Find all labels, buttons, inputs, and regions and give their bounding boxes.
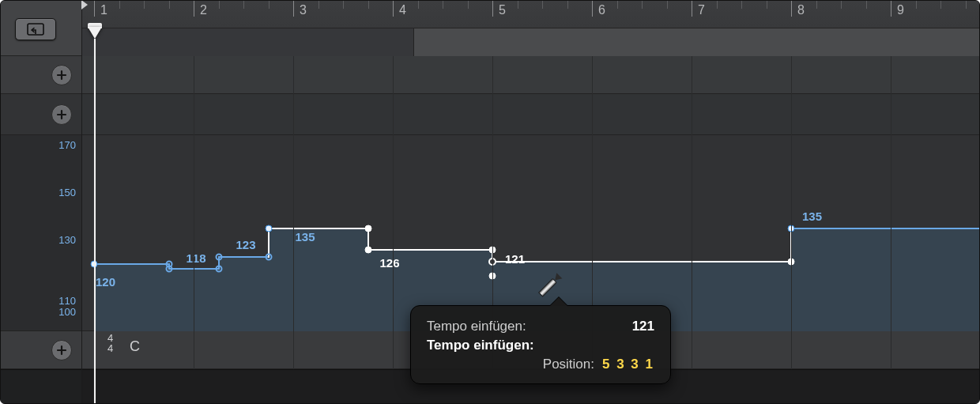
arrangement-lane[interactable] (82, 94, 980, 135)
insert-tempo-tooltip: Tempo einfügen: 121 Tempo einfügen: Posi… (410, 305, 671, 384)
tempo-segment[interactable] (219, 256, 269, 258)
signature-track-header (1, 331, 81, 369)
tempo-value-label: 126 (380, 256, 400, 270)
app-window: 170150130110100 123456789 12011812313512… (0, 0, 980, 404)
tempo-segment[interactable] (269, 228, 368, 229)
tempo-lane[interactable]: 120118123135126121135 (82, 135, 980, 331)
bar-label: 5 (499, 3, 506, 17)
tempo-axis-tick-label: 130 (58, 234, 76, 246)
bar-ruler[interactable]: 123456789 (82, 1, 980, 56)
tempo-value-label: 135 (296, 230, 315, 244)
add-signature-button[interactable] (51, 340, 72, 361)
tempo-axis-tick-label: 170 (58, 139, 76, 151)
tooltip-line1-label: Tempo einfügen: (427, 319, 526, 334)
playhead-line[interactable] (94, 39, 96, 404)
tempo-segment[interactable] (368, 249, 493, 251)
tooltip-line1-value: 121 (632, 319, 654, 334)
marker-lane[interactable] (82, 56, 980, 94)
tempo-segment[interactable] (492, 261, 791, 262)
bar-label: 1 (100, 3, 107, 17)
tempo-value-label: 135 (802, 210, 822, 223)
tooltip-line3-value: 5 3 3 1 (602, 357, 654, 372)
bar-label: 4 (399, 3, 406, 17)
tooltip-line3-label: Position: (427, 357, 602, 372)
bottom-strip (1, 369, 81, 404)
arrangement-track-header (1, 94, 81, 135)
tempo-axis-tick-label: 110 (58, 295, 76, 307)
tempo-node[interactable] (215, 254, 222, 261)
time-signature-denominator: 4 (107, 343, 114, 353)
tempo-node-end[interactable] (215, 266, 222, 273)
tempo-node-end[interactable] (364, 225, 371, 232)
tempo-value-label: 121 (505, 252, 525, 266)
marker-track-header (1, 56, 81, 94)
cycle-ruler[interactable] (82, 28, 980, 56)
bar-label: 7 (698, 3, 705, 17)
tempo-segment[interactable] (94, 263, 169, 265)
tempo-axis-tick-label: 150 (58, 187, 76, 198)
tempo-node-end[interactable] (265, 254, 272, 261)
tempo-node[interactable] (364, 247, 371, 254)
play-position-indicator-icon (81, 0, 88, 9)
add-arrangement-button[interactable] (51, 104, 72, 125)
time-signature[interactable]: 4 4 (107, 333, 114, 353)
list-editors-button[interactable] (15, 18, 56, 40)
bar-label: 8 (797, 3, 805, 17)
bar-label: 3 (300, 3, 307, 17)
add-marker-button[interactable] (51, 65, 72, 85)
toolbar-strip (1, 1, 81, 56)
tempo-axis-tick-label: 100 (58, 306, 76, 318)
tempo-track-header: 170150130110100 (1, 135, 81, 331)
bar-label: 6 (598, 3, 605, 17)
tempo-node[interactable] (265, 225, 272, 232)
timeline-area[interactable]: 123456789 120118123135126121135 4 4 C (82, 1, 980, 404)
tempo-value-label: 118 (187, 251, 206, 265)
playhead-handle-tip[interactable] (88, 27, 102, 39)
track-header-gutter: 170150130110100 (1, 1, 82, 404)
tempo-value-label: 123 (236, 238, 256, 251)
cycle-range[interactable] (82, 28, 414, 57)
key-signature[interactable]: C (130, 338, 140, 355)
bar-label: 2 (200, 3, 207, 17)
tempo-value-label: 120 (96, 275, 115, 289)
tempo-node-end[interactable] (165, 261, 172, 268)
bar-label: 9 (897, 3, 904, 17)
tempo-segment[interactable] (791, 228, 980, 229)
tooltip-line2-label: Tempo einfügen: (427, 338, 534, 353)
